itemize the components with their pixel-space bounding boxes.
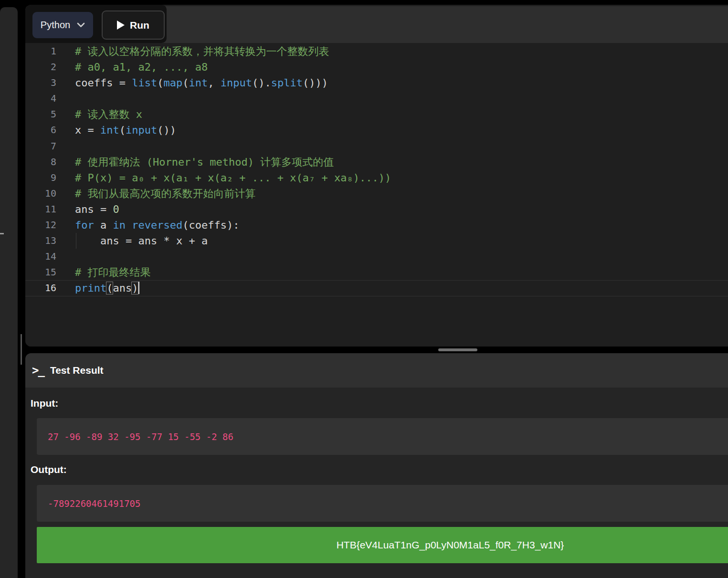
code-token: (coeffs): <box>182 219 239 231</box>
code-editor[interactable]: 1# 读入以空格分隔的系数，并将其转换为一个整数列表2# a0, a1, a2,… <box>25 43 728 347</box>
code-line[interactable]: 6x = int(input()) <box>25 122 728 138</box>
code-token: ans <box>113 282 132 294</box>
code-token <box>126 219 132 231</box>
text-cursor <box>138 282 139 294</box>
code-line[interactable]: 10# 我们从最高次项的系数开始向前计算 <box>25 186 728 201</box>
output-label: Output: <box>31 463 728 476</box>
code-editor-panel: Python Run 1# 读入以空格分隔的系数，并将其转换为一个整数列表2# … <box>25 5 728 347</box>
code-line[interactable]: 16print(ans) <box>25 280 728 296</box>
code-line[interactable]: 14 <box>25 249 728 264</box>
output-value-box: -7892260461491705 <box>37 485 728 522</box>
code-token: input <box>221 77 252 89</box>
test-result-panel: >_ Test Result Input: 27 -96 -89 32 -95 … <box>25 353 728 578</box>
code-line[interactable]: 1# 读入以空格分隔的系数，并将其转换为一个整数列表 <box>25 43 728 59</box>
line-number: 9 <box>25 170 56 186</box>
line-number: 12 <box>25 217 56 233</box>
code-token: ( <box>182 77 189 89</box>
test-result-title: Test Result <box>50 365 104 376</box>
code-token: # 读入整数 x <box>75 108 142 120</box>
code-line-text: ans = 0 <box>75 201 119 217</box>
chevron-down-icon <box>77 22 85 28</box>
input-value: 27 -96 -89 32 -95 -77 15 -55 -2 86 <box>48 431 233 442</box>
line-number: 10 <box>25 186 56 201</box>
success-flag-banner: HTB{eV4LuaT1nG_p0LyN0M1aL5_f0R_7H3_w1N} <box>37 527 728 563</box>
panel-resize-handle[interactable] <box>438 348 477 351</box>
scrollbar-thumb[interactable] <box>21 334 22 365</box>
code-line[interactable]: 12for a in reversed(coeffs): <box>25 217 728 233</box>
code-line[interactable]: 7 <box>25 138 728 154</box>
output-value: -7892260461491705 <box>48 498 140 509</box>
code-token: split <box>271 77 303 89</box>
line-number: 16 <box>25 280 56 296</box>
input-label: Input: <box>31 397 728 410</box>
code-line-text: # 打印最终结果 <box>75 264 151 280</box>
line-number: 4 <box>25 91 56 106</box>
play-icon <box>117 21 125 30</box>
flag-text: HTB{eV4LuaT1nG_p0LyN0M1aL5_f0R_7H3_w1N} <box>337 539 564 551</box>
toolbar-buttons-box: Python Run <box>25 5 167 43</box>
code-lines: 1# 读入以空格分隔的系数，并将其转换为一个整数列表2# a0, a1, a2,… <box>25 43 728 296</box>
code-token: # a0, a1, a2, ..., a8 <box>75 61 208 73</box>
code-token: (). <box>252 77 271 89</box>
language-selector[interactable]: Python <box>32 12 93 38</box>
code-token: for <box>75 219 94 231</box>
language-selector-label: Python <box>41 20 70 31</box>
line-number: 3 <box>25 75 56 91</box>
line-number: 6 <box>25 122 56 138</box>
code-line-text: # a0, a1, a2, ..., a8 <box>75 59 208 75</box>
code-token: ) <box>132 282 138 294</box>
code-line-text: for a in reversed(coeffs): <box>75 217 239 233</box>
code-token: in <box>113 219 126 231</box>
code-token: reversed <box>132 219 182 231</box>
line-number: 5 <box>25 106 56 122</box>
code-token: int <box>100 124 119 136</box>
code-line[interactable]: 5# 读入整数 x <box>25 106 728 122</box>
code-line-text: coeffs = list(map(int, input().split())) <box>75 75 328 91</box>
code-line[interactable]: 3coeffs = list(map(int, input().split())… <box>25 75 728 91</box>
code-line[interactable]: 2# a0, a1, a2, ..., a8 <box>25 59 728 75</box>
line-number: 1 <box>25 43 56 59</box>
indent-guide-line <box>76 233 76 249</box>
code-token: # P(x) = a₀ + x(a₁ + x(a₂ + ... + x(a₇ +… <box>75 172 391 184</box>
code-line-text: # 读入以空格分隔的系数，并将其转换为一个整数列表 <box>75 43 329 59</box>
code-token: print <box>75 282 106 294</box>
code-token: x = <box>75 124 100 136</box>
run-button[interactable]: Run <box>102 11 165 40</box>
code-token: ans = ans * x + a <box>75 235 208 247</box>
line-number: 11 <box>25 201 56 217</box>
code-line-text: # 使用霍纳法 (Horner's method) 计算多项式的值 <box>75 154 334 170</box>
code-token: list <box>132 77 157 89</box>
code-token: # 打印最终结果 <box>75 266 151 278</box>
code-token: input <box>126 124 157 136</box>
line-number: 7 <box>25 138 56 154</box>
line-number: 14 <box>25 249 56 264</box>
code-line-text: print(ans) <box>75 280 139 296</box>
code-line-text: # 读入整数 x <box>75 106 142 122</box>
run-button-label: Run <box>130 20 149 31</box>
code-token: coeffs = <box>75 77 132 89</box>
left-rail <box>0 7 18 578</box>
code-token: # 使用霍纳法 (Horner's method) 计算多项式的值 <box>75 156 334 168</box>
code-token: int <box>189 77 208 89</box>
code-line[interactable]: 9# P(x) = a₀ + x(a₁ + x(a₂ + ... + x(a₇ … <box>25 170 728 186</box>
code-line-text: ans = ans * x + a <box>75 233 208 249</box>
code-token: ( <box>157 77 163 89</box>
code-line[interactable]: 13 ans = ans * x + a <box>25 233 728 249</box>
left-rail-tick <box>0 233 4 234</box>
code-token: ())) <box>303 77 328 89</box>
code-token: ( <box>119 124 126 136</box>
input-value-box: 27 -96 -89 32 -95 -77 15 -55 -2 86 <box>37 418 728 455</box>
code-line[interactable]: 15# 打印最终结果 <box>25 264 728 280</box>
code-token: ()) <box>157 124 176 136</box>
code-line[interactable]: 4 <box>25 91 728 106</box>
line-number: 2 <box>25 59 56 75</box>
code-line-text: x = int(input()) <box>75 122 176 138</box>
code-line[interactable]: 11ans = 0 <box>25 201 728 217</box>
line-number: 13 <box>25 233 56 249</box>
code-token: ans = <box>75 203 113 215</box>
code-token: , <box>208 77 221 89</box>
code-token: # 我们从最高次项的系数开始向前计算 <box>75 188 256 200</box>
code-line[interactable]: 8# 使用霍纳法 (Horner's method) 计算多项式的值 <box>25 154 728 170</box>
terminal-icon: >_ <box>32 364 44 377</box>
test-result-header: >_ Test Result <box>25 353 728 388</box>
